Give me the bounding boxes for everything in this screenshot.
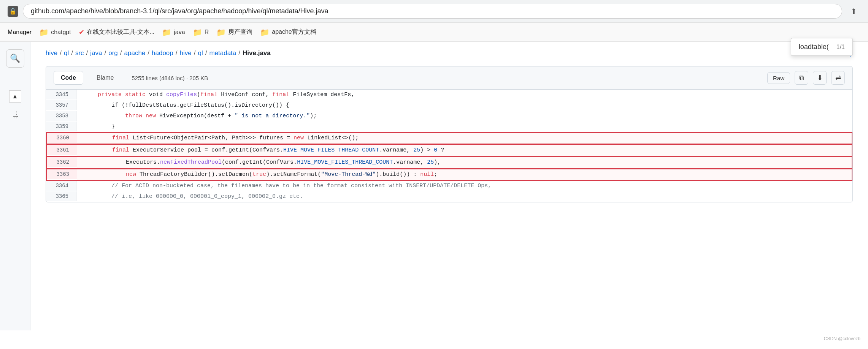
- main-content: 🔍 ▲ :j... hive / ql / src / java / org /…: [0, 42, 868, 330]
- github-content: hive / ql / src / java / org / apache / …: [30, 42, 868, 330]
- line-number: 3361: [47, 145, 77, 155]
- code-area: 3345 private static void copyFiles(final…: [46, 90, 853, 202]
- raw-button[interactable]: Raw: [767, 72, 790, 84]
- bookmark-java[interactable]: 📁 java: [162, 28, 185, 37]
- bookmark-label: apache官方文档: [272, 28, 316, 36]
- line-code: final List<Future<ObjectPair<Path, Path>…: [77, 133, 852, 144]
- table-row: 3358 throw new HiveException(destf + " i…: [46, 111, 852, 122]
- table-row: 3345 private static void copyFiles(final…: [46, 90, 852, 100]
- table-row: 3363 new ThreadFactoryBuilder().setDaemo…: [46, 169, 852, 181]
- tab-code[interactable]: Code: [54, 71, 83, 85]
- table-row: 3362 Executors.newFixedThreadPool(conf.g…: [46, 156, 852, 169]
- folder-icon: 📁: [162, 28, 171, 37]
- search-icon-btn[interactable]: 🔍: [6, 49, 24, 68]
- sidebar-label: :j...: [12, 110, 18, 118]
- breadcrumb-hive2[interactable]: hive: [180, 49, 192, 57]
- bookmark-label: 房产查询: [228, 28, 252, 36]
- line-number: 3345: [46, 90, 76, 99]
- file-header: Code Blame 5255 lines (4846 loc) · 205 K…: [46, 66, 853, 90]
- lock-icon: [8, 6, 18, 17]
- bookmark-label: R: [205, 29, 209, 36]
- url-bar[interactable]: github.com/apache/hive/blob/branch-3.1/q…: [23, 4, 842, 19]
- bookmark-label: chatgpt: [51, 29, 71, 36]
- table-row: 3360 final List<Future<ObjectPair<Path, …: [46, 132, 852, 144]
- find-query: loadtable(: [799, 43, 829, 51]
- file-actions: Raw ⧉ ⬇ ⇌: [767, 71, 845, 85]
- line-code: // i.e, like 000000_0, 000001_0_copy_1, …: [76, 191, 852, 202]
- line-number: 3364: [46, 181, 76, 191]
- browser-bar: github.com/apache/hive/blob/branch-3.1/q…: [0, 0, 868, 23]
- sidebar: 🔍 ▲ :j...: [0, 42, 30, 330]
- breadcrumb-metadata[interactable]: metadata: [209, 49, 236, 57]
- line-code: if (!fullDestStatus.getFileStatus().isDi…: [76, 100, 852, 111]
- find-bar[interactable]: loadtable( 1/1: [791, 38, 853, 56]
- line-code: }: [76, 122, 852, 132]
- scroll-up-btn[interactable]: ▲: [9, 90, 21, 103]
- breadcrumb-org[interactable]: org: [108, 49, 118, 57]
- line-number: 3365: [46, 191, 76, 201]
- breadcrumb-java[interactable]: java: [90, 49, 102, 57]
- line-number: 3363: [47, 169, 77, 179]
- line-number: 3358: [46, 111, 76, 121]
- tab-blame[interactable]: Blame: [89, 71, 121, 85]
- breadcrumb: hive / ql / src / java / org / apache / …: [46, 49, 853, 57]
- table-row: 3364 // For ACID non-bucketed case, the …: [46, 181, 852, 191]
- watermark: CSDN @cclovezb: [824, 336, 860, 341]
- line-code: final ExecutorService pool = conf.getInt…: [77, 145, 852, 156]
- line-code: private static void copyFiles(final Hive…: [76, 90, 852, 100]
- bookmark-label: 在线文本比较工具-文本...: [87, 28, 155, 36]
- breadcrumb-hive[interactable]: hive: [46, 49, 57, 57]
- table-row: 3361 final ExecutorService pool = conf.g…: [46, 144, 852, 156]
- breadcrumb-ql2[interactable]: ql: [198, 49, 203, 57]
- bookmarks-bar: Manager 📁 chatgpt ✔ 在线文本比较工具-文本... 📁 jav…: [0, 23, 868, 42]
- line-code: // For ACID non-bucketed case, the filen…: [76, 181, 852, 191]
- wrap-button[interactable]: ⇌: [831, 71, 845, 85]
- breadcrumb-ql[interactable]: ql: [64, 49, 69, 57]
- line-code: new ThreadFactoryBuilder().setDaemon(tru…: [77, 169, 852, 180]
- bookmark-compare[interactable]: ✔ 在线文本比较工具-文本...: [79, 28, 155, 36]
- line-code: throw new HiveException(destf + " is not…: [76, 111, 852, 122]
- bookmark-label: java: [174, 29, 185, 36]
- folder-icon: 📁: [193, 28, 202, 37]
- copy-button[interactable]: ⧉: [795, 71, 808, 85]
- folder-icon: 📁: [216, 28, 226, 37]
- breadcrumb-file: Hive.java: [243, 49, 271, 57]
- line-number: 3360: [47, 133, 77, 143]
- manager-label: Manager: [8, 29, 32, 36]
- breadcrumb-src[interactable]: src: [75, 49, 84, 57]
- find-count: 1/1: [836, 44, 845, 51]
- line-code: Executors.newFixedThreadPool(conf.getInt…: [77, 157, 852, 168]
- download-button[interactable]: ⬇: [813, 71, 827, 85]
- folder-icon: 📁: [39, 28, 49, 37]
- table-row: 3357 if (!fullDestStatus.getFileStatus()…: [46, 100, 852, 111]
- table-row: 3365 // i.e, like 000000_0, 000001_0_cop…: [46, 191, 852, 202]
- bookmark-r[interactable]: 📁 R: [193, 28, 209, 37]
- bookmark-apache[interactable]: 📁 apache官方文档: [260, 28, 316, 37]
- breadcrumb-hadoop[interactable]: hadoop: [152, 49, 173, 57]
- upload-icon[interactable]: ⬆: [847, 5, 860, 18]
- file-meta: 5255 lines (4846 loc) · 205 KB: [132, 75, 208, 81]
- folder-icon: 📁: [260, 28, 270, 37]
- breadcrumb-apache[interactable]: apache: [124, 49, 146, 57]
- bookmark-chatgpt[interactable]: 📁 chatgpt: [39, 28, 71, 37]
- table-row: 3359 }: [46, 122, 852, 132]
- check-icon: ✔: [79, 28, 84, 36]
- bookmark-house[interactable]: 📁 房产查询: [216, 28, 252, 37]
- line-number: 3359: [46, 122, 76, 131]
- url-text: github.com/apache/hive/blob/branch-3.1/q…: [31, 7, 328, 15]
- line-number: 3357: [46, 100, 76, 110]
- line-number: 3362: [47, 157, 77, 167]
